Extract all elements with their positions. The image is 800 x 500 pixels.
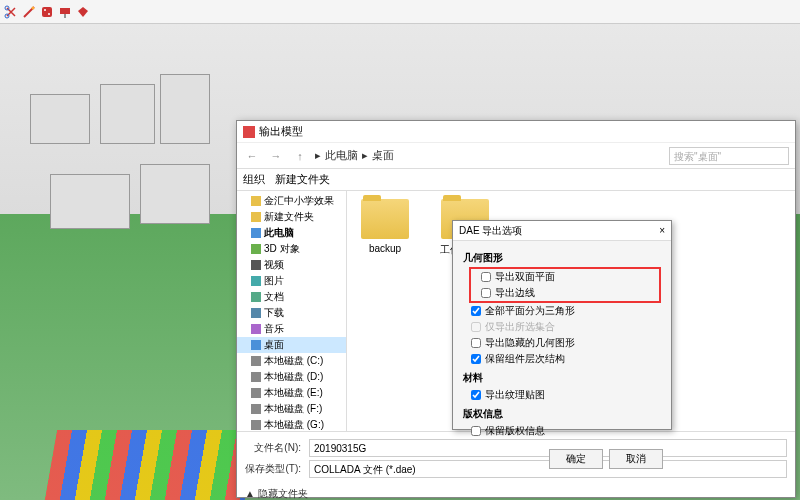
cube-icon xyxy=(251,244,261,254)
nav-fwd-icon[interactable]: → xyxy=(267,147,285,165)
option-label: 保留组件层次结构 xyxy=(485,352,565,366)
option-checkbox[interactable] xyxy=(471,426,481,436)
hide-folders-toggle[interactable]: ▲ 隐藏文件夹 xyxy=(237,485,795,500)
option-checkbox xyxy=(471,322,481,332)
svg-rect-6 xyxy=(60,8,70,14)
search-input[interactable]: 搜索"桌面" xyxy=(669,147,789,165)
tree-label: 本地磁盘 (G:) xyxy=(264,418,324,431)
tree-item[interactable]: 本地磁盘 (D:) xyxy=(237,369,346,385)
tree-item[interactable]: 图片 xyxy=(237,273,346,289)
group-geometry: 几何图形 xyxy=(463,251,661,265)
tree-item[interactable]: 本地磁盘 (G:) xyxy=(237,417,346,431)
tree-label: 本地磁盘 (C:) xyxy=(264,354,323,368)
option-label: 导出边线 xyxy=(495,286,535,300)
tree-item[interactable]: 本地磁盘 (F:) xyxy=(237,401,346,417)
image-icon xyxy=(251,276,261,286)
option-checkbox[interactable] xyxy=(481,288,491,298)
nav-up-icon[interactable]: ↑ xyxy=(291,147,309,165)
tree-item[interactable]: 金汇中小学效果 xyxy=(237,193,346,209)
dae-options-dialog: DAE 导出选项 × 几何图形 导出双面平面导出边线全部平面分为三角形仅导出所选… xyxy=(452,220,672,430)
option-row: 仅导出所选集合 xyxy=(463,319,661,335)
disk-icon xyxy=(251,420,261,430)
gem-icon[interactable] xyxy=(76,5,90,19)
paint-icon[interactable] xyxy=(58,5,72,19)
option-row[interactable]: 导出边线 xyxy=(473,285,657,301)
option-row[interactable]: 保留版权信息 xyxy=(463,423,661,439)
close-icon[interactable]: × xyxy=(659,225,665,236)
disk-icon xyxy=(251,372,261,382)
tree-label: 音乐 xyxy=(264,322,284,336)
option-row[interactable]: 保留组件层次结构 xyxy=(463,351,661,367)
option-label: 全部平面分为三角形 xyxy=(485,304,575,318)
option-row[interactable]: 全部平面分为三角形 xyxy=(463,303,661,319)
tree-item[interactable]: 下载 xyxy=(237,305,346,321)
option-row[interactable]: 导出纹理贴图 xyxy=(463,387,661,403)
opt-cancel-button[interactable]: 取消 xyxy=(609,449,663,469)
app-icon xyxy=(243,126,255,138)
disk-icon xyxy=(251,388,261,398)
tree-item[interactable]: 视频 xyxy=(237,257,346,273)
ok-button[interactable]: 确定 xyxy=(549,449,603,469)
scissors-icon[interactable] xyxy=(4,5,18,19)
doc-icon xyxy=(251,292,261,302)
main-toolbar xyxy=(0,0,800,24)
dialog-title: 输出模型 xyxy=(259,124,303,139)
option-label: 导出纹理贴图 xyxy=(485,388,545,402)
dialog-titlebar: 输出模型 xyxy=(237,121,795,143)
tree-item[interactable]: 本地磁盘 (C:) xyxy=(237,353,346,369)
tree-label: 金汇中小学效果 xyxy=(264,194,334,208)
option-checkbox[interactable] xyxy=(471,354,481,364)
folder-icon xyxy=(251,212,261,222)
pc-icon xyxy=(251,228,261,238)
filename-label: 文件名(N): xyxy=(245,441,301,455)
tree-item[interactable]: 本地磁盘 (E:) xyxy=(237,385,346,401)
tree-item[interactable]: 此电脑 xyxy=(237,225,346,241)
folder-icon xyxy=(361,199,409,239)
highlight-box: 导出双面平面导出边线 xyxy=(469,267,661,303)
video-icon xyxy=(251,260,261,270)
tree-label: 本地磁盘 (F:) xyxy=(264,402,322,416)
nav-back-icon[interactable]: ← xyxy=(243,147,261,165)
tree-label: 新建文件夹 xyxy=(264,210,314,224)
option-label: 保留版权信息 xyxy=(485,424,545,438)
option-checkbox[interactable] xyxy=(471,390,481,400)
group-copyright: 版权信息 xyxy=(463,407,661,421)
newfolder-button[interactable]: 新建文件夹 xyxy=(275,172,330,187)
folder-tree[interactable]: 金汇中小学效果新建文件夹此电脑3D 对象视频图片文档下载音乐桌面本地磁盘 (C:… xyxy=(237,191,347,431)
tree-label: 此电脑 xyxy=(264,226,294,240)
organize-menu[interactable]: 组织 xyxy=(243,172,265,187)
tree-item[interactable]: 3D 对象 xyxy=(237,241,346,257)
tree-label: 本地磁盘 (E:) xyxy=(264,386,323,400)
tree-item[interactable]: 新建文件夹 xyxy=(237,209,346,225)
tree-label: 文档 xyxy=(264,290,284,304)
svg-point-2 xyxy=(32,6,35,9)
option-checkbox[interactable] xyxy=(471,306,481,316)
folder-icon xyxy=(251,196,261,206)
option-checkbox[interactable] xyxy=(471,338,481,348)
tree-item[interactable]: 桌面 xyxy=(237,337,346,353)
music-icon xyxy=(251,324,261,334)
disk-icon xyxy=(251,404,261,414)
breadcrumb[interactable]: ▸此电脑▸桌面 xyxy=(315,148,663,163)
option-checkbox[interactable] xyxy=(481,272,491,282)
option-row[interactable]: 导出双面平面 xyxy=(473,269,657,285)
disk-icon xyxy=(251,356,261,366)
dice-icon[interactable] xyxy=(40,5,54,19)
tree-item[interactable]: 音乐 xyxy=(237,321,346,337)
tree-item[interactable]: 文档 xyxy=(237,289,346,305)
desktop-icon xyxy=(251,340,261,350)
option-row[interactable]: 导出隐藏的几何图形 xyxy=(463,335,661,351)
magic-icon[interactable] xyxy=(22,5,36,19)
download-icon xyxy=(251,308,261,318)
options-title: DAE 导出选项 xyxy=(459,224,522,238)
svg-point-5 xyxy=(48,13,50,15)
svg-rect-3 xyxy=(42,7,52,17)
tree-label: 视频 xyxy=(264,258,284,272)
file-item[interactable]: backup xyxy=(355,199,415,254)
group-material: 材料 xyxy=(463,371,661,385)
tree-label: 本地磁盘 (D:) xyxy=(264,370,323,384)
tree-label: 图片 xyxy=(264,274,284,288)
tree-label: 下载 xyxy=(264,306,284,320)
filetype-label: 保存类型(T): xyxy=(245,462,301,476)
option-label: 导出隐藏的几何图形 xyxy=(485,336,575,350)
